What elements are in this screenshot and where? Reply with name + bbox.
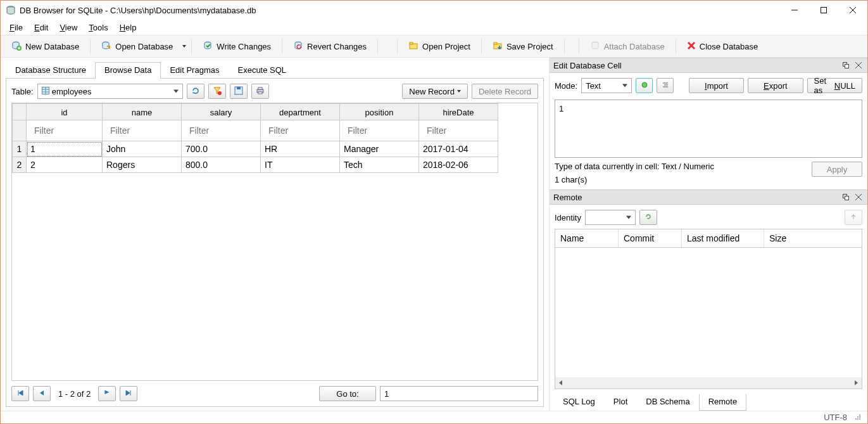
indent-button[interactable] xyxy=(657,78,674,93)
auto-format-button[interactable] xyxy=(636,78,653,93)
set-null-button[interactable]: Set as NULL xyxy=(807,78,862,93)
col-header[interactable]: name xyxy=(103,104,182,120)
import-button[interactable]: Import xyxy=(689,78,744,93)
filter-input[interactable] xyxy=(30,123,98,138)
open-project-button[interactable]: Open Project xyxy=(401,37,477,56)
filter-input[interactable] xyxy=(423,123,494,138)
close-panel-icon[interactable] xyxy=(853,60,864,70)
open-database-dropdown[interactable] xyxy=(181,39,187,54)
table-cell[interactable]: 1 xyxy=(27,141,103,157)
menu-help[interactable]: Help xyxy=(115,22,142,34)
button-label: Go to: xyxy=(336,389,358,399)
col-header[interactable]: hireDate xyxy=(419,104,498,120)
maximize-button[interactable] xyxy=(809,1,838,20)
minimize-button[interactable] xyxy=(780,1,809,20)
filter-input[interactable] xyxy=(186,123,256,138)
apply-button[interactable]: Apply xyxy=(812,162,862,177)
main-tabs: Database Structure Browse Data Edit Prag… xyxy=(6,61,544,78)
scroll-left-icon[interactable] xyxy=(555,377,567,389)
col-header[interactable]: Name xyxy=(555,229,619,247)
table-cell[interactable]: 800.0 xyxy=(182,157,261,173)
table-cell[interactable]: HR xyxy=(261,141,340,157)
table-cell[interactable]: Rogers xyxy=(103,157,182,173)
row-number[interactable]: 1 xyxy=(13,141,27,157)
tab-execute-sql[interactable]: Execute SQL xyxy=(228,62,296,79)
toolbar-label: Write Changes xyxy=(217,42,271,51)
table-cell[interactable]: Tech xyxy=(340,157,419,173)
table-select-value: employees xyxy=(52,87,92,96)
app-icon xyxy=(6,5,16,15)
menu-view[interactable]: View xyxy=(54,22,82,34)
table-select[interactable]: employees xyxy=(37,84,183,99)
print-button[interactable] xyxy=(251,84,269,99)
tab-browse-data[interactable]: Browse Data xyxy=(95,62,161,79)
col-header[interactable]: salary xyxy=(182,104,261,120)
table-cell[interactable]: 2 xyxy=(27,157,103,173)
last-page-button[interactable] xyxy=(120,386,137,401)
table-cell[interactable]: 2018-02-06 xyxy=(419,157,498,173)
revert-changes-button[interactable]: Revert Changes xyxy=(286,37,374,56)
new-record-button[interactable]: New Record xyxy=(402,84,468,99)
prev-page-button[interactable] xyxy=(33,386,51,401)
refresh-button[interactable] xyxy=(187,84,204,99)
table-row[interactable]: 2 2 Rogers 800.0 IT Tech 2018-02-06 xyxy=(13,157,538,173)
filter-input[interactable] xyxy=(344,123,415,138)
remote-table: Name Commit Last modified Size xyxy=(555,229,862,389)
col-header[interactable]: Size xyxy=(764,229,862,247)
window-title: DB Browser for SQLite - C:\Users\hp\Docu… xyxy=(20,6,780,15)
cell-value-editor[interactable]: 1 xyxy=(555,100,862,158)
toolbar-separator xyxy=(377,39,378,54)
resize-grip-icon[interactable] xyxy=(853,413,861,422)
tab-label: Database Structure xyxy=(15,65,86,75)
close-button[interactable] xyxy=(838,1,867,20)
goto-button[interactable]: Go to: xyxy=(319,386,376,401)
identity-select[interactable] xyxy=(585,210,636,225)
table-cell[interactable]: 2017-01-04 xyxy=(419,141,498,157)
attach-database-button[interactable]: Attach Database xyxy=(583,37,672,56)
next-page-button[interactable] xyxy=(98,386,116,401)
tab-sql-log[interactable]: SQL Log xyxy=(553,394,605,411)
filter-input[interactable] xyxy=(265,123,336,138)
tab-plot[interactable]: Plot xyxy=(604,394,637,411)
save-table-button[interactable] xyxy=(230,84,248,99)
save-project-button[interactable]: Save Project xyxy=(486,37,560,56)
svg-rect-27 xyxy=(258,87,262,89)
table-cell[interactable]: Manager xyxy=(340,141,419,157)
write-changes-button[interactable]: Write Changes xyxy=(196,37,278,56)
tab-remote[interactable]: Remote xyxy=(699,394,747,411)
open-database-button[interactable]: Open Database xyxy=(94,37,180,56)
col-header[interactable]: Last modified xyxy=(682,229,764,247)
tab-edit-pragmas[interactable]: Edit Pragmas xyxy=(160,62,229,79)
tab-database-structure[interactable]: Database Structure xyxy=(6,62,96,79)
undock-icon[interactable] xyxy=(841,60,851,70)
col-header[interactable]: Commit xyxy=(619,229,682,247)
tab-label: Plot xyxy=(613,397,627,406)
close-database-button[interactable]: Close Database xyxy=(680,38,765,55)
close-panel-icon[interactable] xyxy=(853,192,864,202)
goto-input[interactable] xyxy=(380,386,538,401)
col-header[interactable]: department xyxy=(261,104,340,120)
scroll-right-icon[interactable] xyxy=(850,377,862,389)
mode-select[interactable]: Text xyxy=(581,78,632,93)
table-row[interactable]: 1 1 John 700.0 HR Manager 2017-01-04 xyxy=(13,141,538,157)
refresh-identity-button[interactable] xyxy=(639,210,657,225)
menu-file[interactable]: File xyxy=(4,22,28,34)
col-header[interactable]: position xyxy=(340,104,419,120)
menu-tools[interactable]: Tools xyxy=(84,22,113,34)
push-button[interactable] xyxy=(845,210,862,225)
col-header[interactable]: id xyxy=(27,104,103,120)
undock-icon[interactable] xyxy=(841,192,851,202)
table-cell[interactable]: 700.0 xyxy=(182,141,261,157)
delete-record-button[interactable]: Delete Record xyxy=(472,84,538,99)
table-cell[interactable]: John xyxy=(103,141,182,157)
new-database-button[interactable]: New Database xyxy=(4,37,86,56)
table-cell[interactable]: IT xyxy=(261,157,340,173)
clear-filters-button[interactable] xyxy=(208,84,226,99)
filter-input[interactable] xyxy=(106,123,177,138)
first-page-button[interactable] xyxy=(11,386,29,401)
export-button[interactable]: Export xyxy=(748,78,803,93)
menu-edit[interactable]: Edit xyxy=(29,22,53,34)
row-number[interactable]: 2 xyxy=(13,157,27,173)
tab-db-schema[interactable]: DB Schema xyxy=(636,394,699,411)
remote-scrollbar[interactable] xyxy=(555,377,862,389)
